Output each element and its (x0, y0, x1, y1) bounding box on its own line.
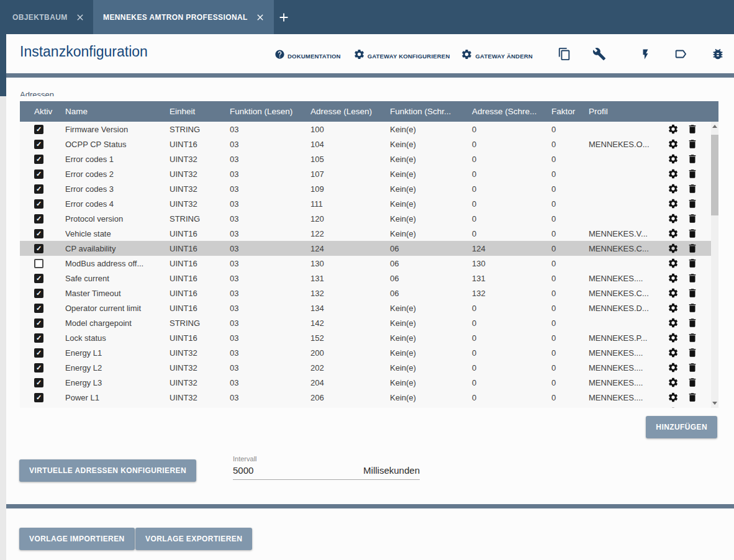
delete-icon[interactable] (687, 273, 698, 284)
row-checkbox[interactable] (34, 229, 43, 238)
delete-icon[interactable] (687, 258, 698, 269)
settings-icon[interactable] (668, 138, 679, 150)
table-row[interactable]: Firmware Version STRING 03 100 Kein(e) 0… (20, 122, 711, 137)
settings-icon[interactable] (668, 243, 679, 254)
row-checkbox[interactable] (34, 199, 43, 209)
settings-icon[interactable] (668, 392, 679, 403)
delete-icon[interactable] (687, 198, 698, 209)
close-icon[interactable] (75, 12, 85, 22)
row-checkbox[interactable] (34, 259, 43, 268)
delete-icon[interactable] (687, 168, 698, 179)
scrollbar-up-arrow[interactable] (712, 125, 717, 128)
delete-icon[interactable] (687, 362, 698, 373)
delete-icon[interactable] (687, 243, 698, 254)
settings-icon[interactable] (668, 317, 679, 328)
hinzufuegen-button[interactable]: HINZUFÜGEN (646, 416, 717, 438)
delete-icon[interactable] (687, 287, 698, 299)
table-row[interactable]: Master Timeout UINT16 03 132 06 132 0 ME… (20, 286, 711, 300)
vorlage-importieren-button[interactable]: VORLAGE IMPORTIEREN (19, 528, 135, 550)
row-checkbox[interactable] (34, 333, 43, 343)
gateway-aendern-button[interactable]: GATEWAY ÄNDERN (461, 48, 532, 60)
delete-icon[interactable] (687, 347, 698, 358)
tab-mennekes-amtron-professional[interactable]: MENNEKES AMTRON PROFESSIONAL (93, 0, 274, 34)
settings-icon[interactable] (668, 302, 679, 314)
vorlage-exportieren-button[interactable]: VORLAGE EXPORTIEREN (135, 528, 252, 550)
settings-icon[interactable] (668, 183, 679, 194)
row-checkbox[interactable] (34, 348, 43, 358)
row-checkbox[interactable] (34, 363, 43, 373)
row-checkbox[interactable] (34, 184, 43, 194)
row-checkbox[interactable] (34, 155, 43, 164)
delete-icon[interactable] (687, 377, 698, 388)
table-row-partial[interactable] (20, 405, 711, 408)
row-checkbox[interactable] (34, 304, 43, 313)
table-row[interactable]: Lock status UINT16 03 152 Kein(e) 0 0 ME… (20, 330, 711, 345)
table-row[interactable]: Error codes 1 UINT32 03 105 Kein(e) 0 0 (20, 151, 711, 166)
table-row[interactable]: Energy L1 UINT32 03 200 Kein(e) 0 0 MENN… (20, 345, 711, 360)
row-checkbox[interactable] (34, 393, 43, 402)
row-checkbox[interactable] (34, 214, 43, 224)
settings-icon[interactable] (668, 332, 679, 343)
delete-icon[interactable] (687, 153, 698, 165)
row-checkbox[interactable] (34, 274, 43, 283)
interval-input[interactable]: 5000 (233, 465, 253, 476)
debug-button[interactable] (711, 47, 725, 61)
close-icon[interactable] (255, 12, 265, 22)
scrollbar-down-arrow[interactable] (712, 402, 717, 405)
row-checkbox[interactable] (34, 318, 43, 328)
settings-icon[interactable] (668, 362, 679, 373)
power-button[interactable] (640, 48, 651, 60)
row-checkbox[interactable] (34, 378, 43, 387)
settings-icon[interactable] (668, 153, 679, 165)
table-row[interactable]: Energy L3 UINT32 03 204 Kein(e) 0 0 MENN… (20, 375, 711, 390)
gateway-konfigurieren-button[interactable]: GATEWAY KONFIGURIEREN (353, 48, 450, 60)
documentation-button[interactable]: DOKUMENTATION (274, 49, 341, 60)
table-row[interactable]: Energy L2 UINT32 03 202 Kein(e) 0 0 MENN… (20, 360, 711, 375)
row-checkbox[interactable] (34, 289, 43, 298)
table-row[interactable]: Safe current UINT16 03 131 06 131 0 MENN… (20, 271, 711, 286)
table-row[interactable]: Error codes 4 UINT32 03 111 Kein(e) 0 0 (20, 196, 711, 211)
settings-icon[interactable] (668, 228, 679, 239)
settings-icon[interactable] (668, 287, 679, 299)
table-row[interactable]: ModBus address off... UINT16 03 130 06 1… (20, 256, 711, 271)
table-row[interactable]: Operator current limit UINT16 03 134 Kei… (20, 300, 711, 315)
table-row[interactable]: Protocol version STRING 03 120 Kein(e) 0… (20, 211, 711, 226)
virtuelle-adressen-konfigurieren-button[interactable]: VIRTUELLE ADRESSEN KONFIGURIEREN (19, 459, 196, 482)
add-tab-button[interactable] (277, 11, 291, 24)
copy-button[interactable] (558, 47, 571, 61)
row-checkbox[interactable] (34, 244, 43, 253)
delete-icon[interactable] (687, 228, 698, 239)
row-checkbox[interactable] (34, 125, 43, 134)
table-row[interactable]: Error codes 3 UINT32 03 109 Kein(e) 0 0 (20, 181, 711, 196)
table-row[interactable]: OCPP CP Status UINT16 03 104 Kein(e) 0 0… (20, 137, 711, 151)
table-row[interactable]: Power L1 UINT32 03 206 Kein(e) 0 0 MENNE… (20, 390, 711, 405)
delete-icon[interactable] (687, 302, 698, 314)
delete-icon[interactable] (687, 124, 698, 135)
table-row[interactable]: Vehicle state UINT16 03 122 Kein(e) 0 0 … (20, 226, 711, 241)
scrollbar-thumb[interactable] (711, 135, 718, 215)
settings-icon[interactable] (668, 407, 679, 408)
tab-objektbaum[interactable]: OBJEKTBAUM (0, 0, 93, 34)
table-scrollbar[interactable] (711, 122, 718, 408)
settings-icon[interactable] (668, 273, 679, 284)
delete-icon[interactable] (687, 138, 698, 150)
settings-icon[interactable] (668, 258, 679, 269)
wrench-button[interactable] (592, 47, 606, 61)
settings-icon[interactable] (668, 168, 679, 179)
table-row[interactable]: CP availability UINT16 03 124 06 124 0 M… (20, 241, 711, 256)
delete-icon[interactable] (687, 317, 698, 328)
row-checkbox[interactable] (34, 169, 43, 179)
table-row[interactable]: Model chargepoint STRING 03 142 Kein(e) … (20, 315, 711, 330)
delete-icon[interactable] (687, 332, 698, 343)
settings-icon[interactable] (668, 124, 679, 135)
settings-icon[interactable] (668, 198, 679, 209)
table-row[interactable]: Error codes 2 UINT32 03 107 Kein(e) 0 0 (20, 166, 711, 181)
tag-button[interactable] (674, 47, 687, 61)
delete-icon[interactable] (687, 213, 698, 224)
delete-icon[interactable] (687, 183, 698, 194)
delete-icon[interactable] (687, 407, 698, 408)
settings-icon[interactable] (668, 213, 679, 224)
delete-icon[interactable] (687, 392, 698, 403)
row-checkbox[interactable] (34, 140, 43, 149)
settings-icon[interactable] (668, 347, 679, 358)
